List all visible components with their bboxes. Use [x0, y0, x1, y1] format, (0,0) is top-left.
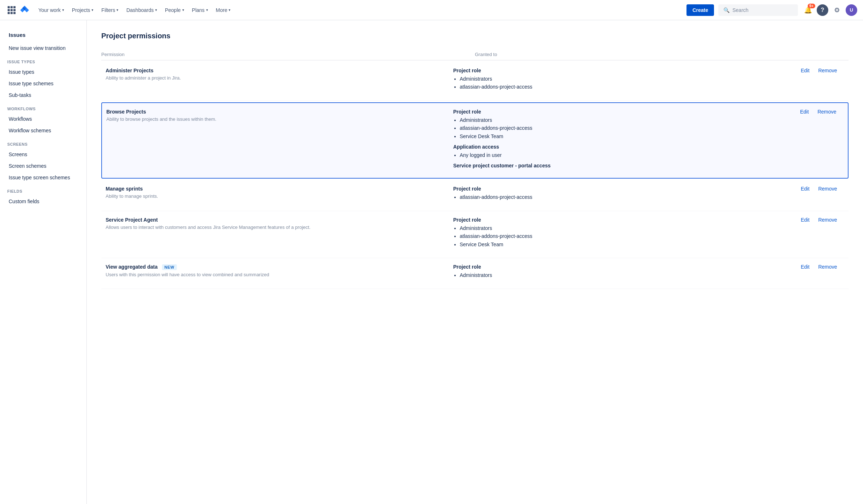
sidebar-item-workflows[interactable]: Workflows [1, 113, 85, 125]
list-item: Service Desk Team [460, 240, 794, 248]
list-item: Administrators [460, 271, 794, 279]
nav-people[interactable]: People ▾ [161, 5, 188, 15]
sidebar-item-issue-type-schemes[interactable]: Issue type schemes [1, 78, 85, 89]
edit-link[interactable]: Edit [801, 68, 809, 73]
chevron-icon: ▾ [116, 8, 118, 12]
sidebar-item-label: Screens [9, 151, 27, 157]
grant-type: Project role [453, 217, 794, 223]
sidebar-item-new-issue-view[interactable]: New issue view transition [1, 42, 85, 54]
sidebar-item-issues[interactable]: Issues [1, 29, 85, 42]
perm-name: Manage sprints [106, 186, 446, 192]
sidebar-item-label: Custom fields [9, 198, 39, 204]
nav-projects[interactable]: Projects ▾ [68, 5, 97, 15]
edit-link[interactable]: Edit [801, 264, 809, 270]
perm-right: Project role Administrators atlassian-ad… [453, 217, 794, 252]
list-item: atlassian-addons-project-access [460, 83, 794, 91]
perm-left: View aggregated data NEW Users with this… [106, 264, 453, 278]
topnav-right: 🔔 9+ ? ⚙ U [802, 4, 857, 16]
grant-list: Administrators atlassian-addons-project-… [453, 116, 793, 140]
table-row: Administer Projects Ability to administe… [101, 62, 849, 101]
perm-desc: Ability to administer a project in Jira. [106, 75, 446, 81]
sidebar-item-label: Workflows [9, 116, 32, 122]
grant-list: Administrators atlassian-addons-project-… [453, 75, 794, 91]
perm-name: View aggregated data NEW [106, 264, 446, 270]
nav-plans[interactable]: Plans ▾ [188, 5, 212, 15]
table-row: Browse Projects Ability to browse projec… [101, 102, 849, 179]
list-item: Administrators [460, 116, 793, 124]
nav-your-work[interactable]: Your work ▾ [35, 5, 68, 15]
edit-link[interactable]: Edit [801, 186, 809, 192]
remove-link[interactable]: Remove [818, 217, 837, 223]
sidebar-item-issue-types[interactable]: Issue types [1, 66, 85, 78]
perm-right: Project role Administrators atlassian-ad… [453, 68, 794, 95]
list-item: Service Desk Team [460, 132, 793, 140]
search-box[interactable]: 🔍 Search [718, 4, 798, 16]
perm-name: Service Project Agent [106, 217, 446, 223]
perm-name: Browse Projects [106, 109, 446, 115]
settings-button[interactable]: ⚙ [831, 4, 843, 16]
perm-left: Administer Projects Ability to administe… [106, 68, 453, 81]
grant-list: atlassian-addons-project-access [453, 193, 794, 201]
grid-icon [8, 6, 16, 14]
sidebar-item-label: Workflow schemes [9, 128, 51, 133]
nav-dashboards[interactable]: Dashboards ▾ [123, 5, 161, 15]
grant-group: Application access Any logged in user [453, 144, 793, 159]
remove-link[interactable]: Remove [818, 186, 837, 192]
remove-link[interactable]: Remove [818, 68, 837, 73]
notifications-button[interactable]: 🔔 9+ [802, 4, 814, 16]
sidebar-item-custom-fields[interactable]: Custom fields [1, 196, 85, 207]
sidebar-section-issue-types: ISSUE TYPES [0, 54, 86, 66]
sidebar-issues-label: Issues [9, 32, 26, 38]
col-permission-header: Permission [101, 52, 475, 57]
sidebar-item-label: Screen schemes [9, 163, 46, 169]
notification-badge: 9+ [808, 4, 815, 8]
app-grid-button[interactable] [6, 4, 17, 16]
sidebar-item-label: New issue view transition [9, 45, 65, 51]
remove-link[interactable]: Remove [817, 109, 836, 115]
list-item: atlassian-addons-project-access [460, 232, 794, 240]
avatar[interactable]: U [846, 4, 857, 16]
grant-type: Project role [453, 186, 794, 192]
grant-group: Project role Administrators [453, 264, 794, 279]
jira-logo[interactable] [19, 4, 30, 16]
topnav: Your work ▾ Projects ▾ Filters ▾ Dashboa… [0, 0, 863, 20]
sidebar-item-label: Issue type schemes [9, 81, 54, 86]
search-placeholder: Search [732, 7, 748, 13]
perm-actions: Edit Remove [794, 186, 844, 192]
sidebar-item-screen-schemes[interactable]: Screen schemes [1, 160, 85, 172]
edit-link[interactable]: Edit [801, 217, 809, 223]
sidebar-section-screens: SCREENS [0, 136, 86, 149]
perm-desc: Ability to manage sprints. [106, 193, 446, 200]
sidebar-item-workflow-schemes[interactable]: Workflow schemes [1, 125, 85, 136]
chevron-icon: ▾ [155, 8, 157, 12]
list-item: Administrators [460, 224, 794, 232]
perm-desc: Users with this permission will have acc… [106, 272, 446, 278]
grant-type: Service project customer - portal access [453, 163, 793, 168]
perm-left: Manage sprints Ability to manage sprints… [106, 186, 453, 200]
nav-filters[interactable]: Filters ▾ [98, 5, 122, 15]
create-button[interactable]: Create [686, 4, 714, 16]
sidebar-item-screens[interactable]: Screens [1, 149, 85, 160]
nav-more[interactable]: More ▾ [212, 5, 234, 15]
grant-type: Application access [453, 144, 793, 150]
help-button[interactable]: ? [817, 4, 828, 16]
main-content: Project permissions Permission Granted t… [87, 20, 863, 504]
avatar-initials: U [850, 7, 853, 13]
sidebar-section-workflows: WORKFLOWS [0, 101, 86, 113]
sidebar-item-issue-type-screen-schemes[interactable]: Issue type screen schemes [1, 172, 85, 183]
grant-list: Administrators [453, 271, 794, 279]
perm-right: Project role atlassian-addons-project-ac… [453, 186, 794, 205]
remove-link[interactable]: Remove [818, 264, 837, 270]
edit-link[interactable]: Edit [800, 109, 809, 115]
chevron-icon: ▾ [206, 8, 208, 12]
grant-list: Any logged in user [453, 151, 793, 159]
list-item: Administrators [460, 75, 794, 83]
page-title: Project permissions [101, 32, 849, 40]
table-header: Permission Granted to [101, 49, 849, 60]
sidebar-item-sub-tasks[interactable]: Sub-tasks [1, 89, 85, 101]
grant-group: Service project customer - portal access [453, 163, 793, 168]
chevron-icon: ▾ [62, 8, 64, 12]
app-layout: Issues New issue view transition ISSUE T… [0, 20, 863, 504]
table-row: View aggregated data NEW Users with this… [101, 258, 849, 289]
grant-type: Project role [453, 109, 793, 115]
